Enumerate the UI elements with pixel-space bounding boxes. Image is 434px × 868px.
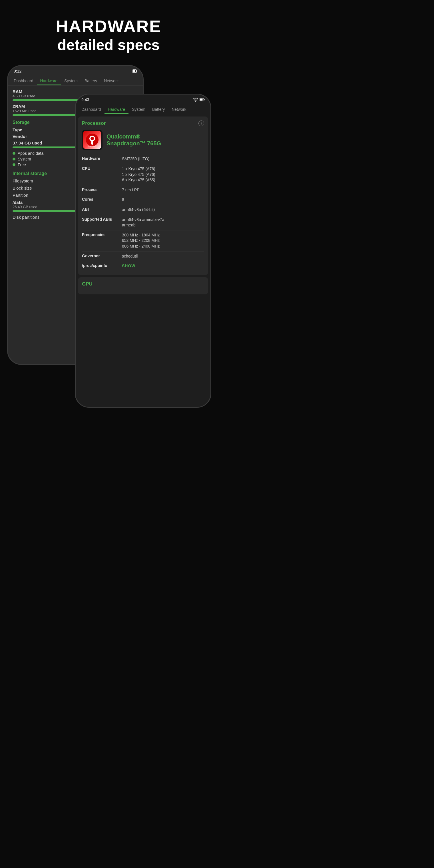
status-bar-front: 9:43 <box>76 94 211 104</box>
cores-key: Cores <box>82 197 122 203</box>
tab-dashboard-front[interactable]: Dashboard <box>78 104 104 114</box>
tab-hardware-back[interactable]: Hardware <box>37 75 61 85</box>
svg-rect-1 <box>136 70 137 72</box>
cores-val: 8 <box>122 197 204 203</box>
governor-key: Governor <box>82 253 122 259</box>
supported-abi-key: Supported ABIs <box>82 217 122 228</box>
time-back: 9:12 <box>14 69 22 73</box>
info-icon[interactable]: i <box>198 121 204 126</box>
processor-name: Qualcomm® Snapdragon™ 765G <box>106 133 161 147</box>
phone-front: 9:43 Dashboard <box>75 94 211 408</box>
cpuinfo-val[interactable]: SHOW <box>122 263 204 269</box>
tab-system-front[interactable]: System <box>128 104 149 114</box>
gpu-header: GPU <box>82 281 204 287</box>
qualcomm-logo-container: snapdragon <box>82 130 102 150</box>
processor-section: Processor i snap <box>78 117 208 275</box>
abi-val: arm64-v8a (64-bit) <box>122 207 204 213</box>
time-front: 9:43 <box>82 97 89 102</box>
gpu-title: GPU <box>82 281 93 287</box>
processor-brand: snapdragon Qualcomm® Snapdragon™ 765G <box>82 130 204 150</box>
freq-val: 300 MHz - 1804 MHz652 MHz - 2208 MHz806 … <box>122 232 204 249</box>
cpuinfo-key: /proc/cpuinfo <box>82 263 122 269</box>
svg-rect-5 <box>200 99 203 101</box>
gpu-section: GPU <box>78 277 208 294</box>
spec-row-cpu: CPU 1 x Kryo 475 (A76)1 x Kryo 475 (A76)… <box>82 164 204 185</box>
spec-row-hardware: Hardware SM7250 (LITO) <box>82 154 204 164</box>
phone-front-content: Processor i snap <box>76 114 211 297</box>
svg-rect-2 <box>133 70 135 72</box>
hardware-key: Hardware <box>82 156 122 162</box>
spec-row-supported-abi: Supported ABIs arm64-v8a armeabi-v7aarme… <box>82 215 204 230</box>
hardware-val: SM7250 (LITO) <box>122 156 204 162</box>
spec-row-freq: Frequencies 300 MHz - 1804 MHz652 MHz - … <box>82 230 204 252</box>
governor-val: schedutil <box>122 253 204 259</box>
snapdragon-svg: snapdragon <box>85 133 99 147</box>
tab-network-back[interactable]: Network <box>100 75 122 85</box>
battery-small-icon <box>132 69 137 73</box>
hero-title: HARDWARE <box>6 17 211 36</box>
status-bar-back: 9:12 <box>8 66 143 75</box>
qualcomm-logo-inner: snapdragon <box>83 131 101 149</box>
tab-system-back[interactable]: System <box>61 75 81 85</box>
nav-tabs-front: Dashboard Hardware System Battery Networ… <box>76 104 211 114</box>
free-label: Free <box>18 162 26 167</box>
ram-label: RAM <box>12 89 138 94</box>
tab-network-front[interactable]: Network <box>168 104 190 114</box>
tab-battery-front[interactable]: Battery <box>149 104 168 114</box>
tab-battery-back[interactable]: Battery <box>81 75 100 85</box>
processor-title: Processor <box>82 121 106 126</box>
processor-header: Processor i <box>82 121 204 126</box>
cpu-val: 1 x Kryo 475 (A76)1 x Kryo 475 (A76)6 x … <box>122 166 204 183</box>
phones-container: 9:12 Dashboard Hardware System <box>0 65 217 408</box>
svg-point-8 <box>91 137 94 140</box>
tab-dashboard-back[interactable]: Dashboard <box>10 75 37 85</box>
spec-row-abi: ABI arm64-v8a (64-bit) <box>82 205 204 215</box>
freq-key: Frequencies <box>82 232 122 249</box>
system-label: System <box>18 157 31 161</box>
spec-row-cpuinfo: /proc/cpuinfo SHOW <box>82 261 204 271</box>
cpu-key: CPU <box>82 166 122 183</box>
spec-row-process: Process 7 nm LPP <box>82 185 204 195</box>
svg-rect-4 <box>204 99 205 100</box>
spec-row-cores: Cores 8 <box>82 195 204 205</box>
spec-table: Hardware SM7250 (LITO) CPU 1 x Kryo 475 … <box>82 154 204 271</box>
system-dot <box>12 158 16 160</box>
process-key: Process <box>82 187 122 193</box>
svg-rect-9 <box>91 141 93 145</box>
nav-tabs-back: Dashboard Hardware System Battery Networ… <box>8 75 143 86</box>
supported-abi-val: arm64-v8a armeabi-v7aarmeabi <box>122 217 204 228</box>
abi-key: ABI <box>82 207 122 213</box>
free-dot <box>12 163 16 166</box>
hero-subtitle: detailed specs <box>6 36 211 54</box>
apps-label: Apps and data <box>18 151 43 156</box>
status-icons-back <box>132 69 137 73</box>
apps-dot <box>12 152 16 155</box>
process-val: 7 nm LPP <box>122 187 204 193</box>
tab-hardware-front[interactable]: Hardware <box>104 104 129 114</box>
svg-text:snapdragon: snapdragon <box>88 145 96 147</box>
hero-section: HARDWARE detailed specs <box>0 0 217 65</box>
spec-row-governor: Governor schedutil <box>82 252 204 261</box>
wifi-icon <box>193 98 198 102</box>
zram-fill <box>12 114 82 116</box>
battery-icon-front <box>199 98 205 102</box>
status-icons-front <box>193 98 205 102</box>
